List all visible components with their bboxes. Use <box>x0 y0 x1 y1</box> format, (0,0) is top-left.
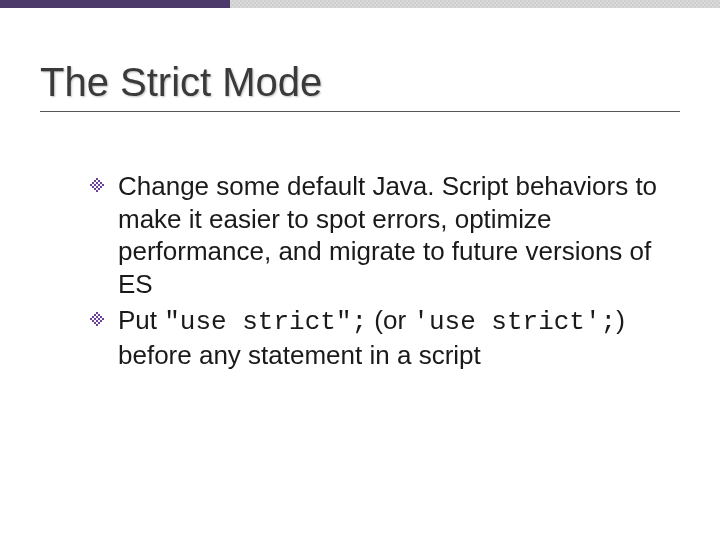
svg-rect-8 <box>98 184 100 186</box>
title-rule <box>40 111 680 112</box>
svg-rect-2 <box>98 180 100 182</box>
svg-rect-21 <box>100 316 102 318</box>
svg-rect-16 <box>96 312 98 314</box>
pattern-bar <box>230 0 720 8</box>
svg-rect-31 <box>96 324 98 326</box>
svg-rect-9 <box>102 184 104 186</box>
svg-rect-5 <box>100 182 102 184</box>
svg-rect-13 <box>94 188 96 190</box>
slide-body: Change some default Java. Script behavio… <box>90 170 660 375</box>
svg-rect-20 <box>96 316 98 318</box>
svg-rect-22 <box>90 318 92 320</box>
svg-rect-26 <box>92 320 94 322</box>
text-span: Put <box>118 305 164 335</box>
svg-rect-6 <box>90 184 92 186</box>
svg-rect-12 <box>100 186 102 188</box>
code-span: 'use strict'; <box>413 307 616 337</box>
top-strip <box>0 0 720 8</box>
svg-rect-28 <box>100 320 102 322</box>
svg-rect-3 <box>92 182 94 184</box>
diamond-bullet-icon <box>90 178 104 192</box>
svg-rect-4 <box>96 182 98 184</box>
svg-rect-18 <box>98 314 100 316</box>
svg-rect-30 <box>98 322 100 324</box>
slide: The Strict Mode Change some default Java… <box>0 0 720 540</box>
title-area: The Strict Mode <box>40 60 680 112</box>
svg-rect-17 <box>94 314 96 316</box>
svg-rect-19 <box>92 316 94 318</box>
bullet-text: Put "use strict"; (or 'use strict';) bef… <box>118 305 625 370</box>
svg-rect-10 <box>92 186 94 188</box>
svg-rect-25 <box>102 318 104 320</box>
svg-rect-14 <box>98 188 100 190</box>
code-span: "use strict"; <box>164 307 367 337</box>
svg-rect-24 <box>98 318 100 320</box>
svg-rect-27 <box>96 320 98 322</box>
svg-rect-29 <box>94 322 96 324</box>
text-span: (or <box>367 305 413 335</box>
bullet-list: Change some default Java. Script behavio… <box>90 170 660 371</box>
svg-rect-15 <box>96 190 98 192</box>
svg-rect-1 <box>94 180 96 182</box>
bullet-text: Change some default Java. Script behavio… <box>118 171 657 299</box>
accent-bar <box>0 0 230 8</box>
svg-rect-23 <box>94 318 96 320</box>
diamond-bullet-icon <box>90 312 104 326</box>
list-item: Put "use strict"; (or 'use strict';) bef… <box>90 304 660 371</box>
slide-title: The Strict Mode <box>40 60 680 111</box>
svg-rect-11 <box>96 186 98 188</box>
text-span: Change some default Java. Script behavio… <box>118 171 657 299</box>
svg-rect-7 <box>94 184 96 186</box>
list-item: Change some default Java. Script behavio… <box>90 170 660 300</box>
svg-rect-0 <box>96 178 98 180</box>
